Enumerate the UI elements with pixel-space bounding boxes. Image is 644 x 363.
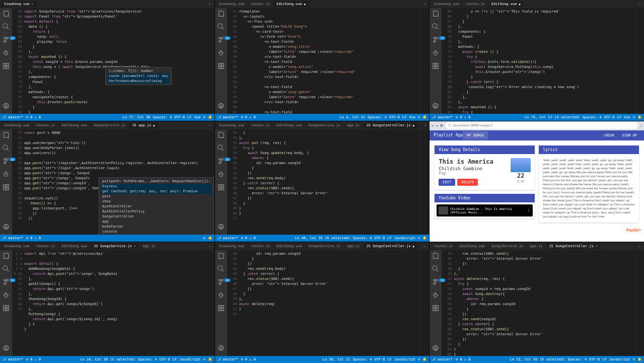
extensions-icon[interactable] [432,62,439,70]
code-content[interactable]: import SongsService from "str">'@/servic… [24,8,205,114]
files-icon[interactable] [218,10,225,18]
gear-icon[interactable] [218,224,225,232]
extensions-icon[interactable] [3,62,10,70]
debug-icon[interactable] [432,292,439,300]
editor-area[interactable]: 59 60 61 62 63 64 65 66 67 68 69 70 71 7… [12,8,214,114]
editor-area[interactable]: 41 42 43 44 45 46 47 48 49 50 51 52 53 5… [227,8,430,114]
git-branch[interactable]: ⎇ master* [2,357,23,361]
tab-overflow-icon[interactable]: ⋯ [636,2,643,7]
code-content[interactable]: } }, async put (req, res) { try { await … [239,129,420,235]
extensions-icon[interactable] [432,305,439,313]
editor-area[interactable]: 34 35 36 37 38 39 40 41 42 43 44 45 46 4… [227,129,430,235]
tab-overflow-icon[interactable]: ⋯ [207,244,213,249]
feedback-icon[interactable]: ☺ [203,357,205,361]
indent[interactable]: Spaces: 4 [583,115,602,119]
tab-overflow-icon[interactable]: ⋯ [422,2,428,7]
minimap[interactable] [420,8,429,114]
encoding[interactable]: UTF-8 [374,236,385,240]
editor-tab[interactable]: EditSong.vue [59,122,91,128]
debug-icon[interactable] [218,49,225,57]
gear-icon[interactable] [432,345,439,353]
cursor-pos[interactable]: Ln 77, Col 36 [123,115,151,119]
files-icon[interactable] [3,131,10,139]
nav-tab-mysongs[interactable]: MY SONGS [463,131,488,139]
editor-tab[interactable]: routes.js [248,1,273,7]
debug-icon[interactable] [3,171,10,179]
search-icon[interactable] [3,144,10,153]
editor-tab[interactable]: ViewSong.vue [216,243,248,249]
editor-tab[interactable]: SongsService.js [306,243,343,249]
debug-icon[interactable] [3,292,10,300]
editor-tab[interactable]: ViewSong.vue [216,1,248,7]
address-bar[interactable]: ⓘ localhost:8080/songs/1 [445,122,638,129]
extensions-icon[interactable] [218,305,225,313]
video-player[interactable]: Childish Gambino - This Is America (Offi… [437,204,533,216]
cursor-pos[interactable]: Ln 50, Col 21 [323,357,350,361]
login-button[interactable]: LOGIN [600,132,617,139]
eol[interactable]: LF [388,236,392,240]
git-branch[interactable]: ⎇ master* [2,236,23,240]
search-icon[interactable] [218,265,225,273]
editor-area[interactable]: 40 41 42 43 44 45 46 47 48 49 50 51 52 i… [227,250,430,356]
cursor-pos[interactable]: Ln 75, Col 57 (4 selected) [525,115,580,119]
bell-icon[interactable]: 🔔 [422,236,427,240]
tab-overflow-icon[interactable]: ⋯ [636,244,643,249]
minimap[interactable] [635,250,644,356]
git-icon[interactable]: 19 [218,158,225,166]
indent[interactable]: Spaces: 4 [138,357,157,361]
tab-overflow-icon[interactable]: ⋯ [207,2,213,7]
eol[interactable]: LF [602,357,606,361]
indent[interactable]: Spaces: 4 [353,236,372,240]
editor-tab[interactable]: EditSong.vue● [273,1,309,7]
intellisense-popup[interactable]: (…items: T[]): numberroute (parameter) r… [105,67,172,85]
debug-icon[interactable] [218,292,225,300]
tab-overflow-icon[interactable]: ⋯ [422,123,428,127]
encoding[interactable]: UTF-8 [174,115,185,119]
minimap[interactable] [420,129,429,235]
indent[interactable]: Spaces: 4 [353,357,372,361]
encoding[interactable]: UTF-8 [389,115,400,119]
editor-tab[interactable]: JS SongsController.js× [546,243,601,249]
editor-area[interactable]: 13 14 15 16 17 18 19 20 21 22 23 24 25 2… [12,129,214,235]
tab-overflow-icon[interactable]: ⋯ [207,123,213,127]
debug-icon[interactable] [3,49,10,57]
feedback-icon[interactable]: ☺ [418,115,420,119]
extensions-icon[interactable] [218,184,225,192]
files-icon[interactable] [3,10,10,18]
indent[interactable]: Spaces: 4 [567,357,587,361]
extensions-icon[interactable] [218,62,225,70]
editor-tab[interactable]: app.js [344,122,363,128]
encoding[interactable]: UTF-8 [604,115,615,119]
feedback-icon[interactable]: ☺ [203,115,205,119]
code-content[interactable]: v => !!v || "str">'This field is require… [454,8,635,114]
editor-tab[interactable]: EditSong.vue [273,122,305,128]
editor-area[interactable]: 65 66 67 68 69 70 71 72 73 74 75 76 77 7… [442,8,644,114]
bell-icon[interactable]: 🔔 [208,357,212,361]
editor-tab[interactable]: SongsService.js [488,243,526,249]
bell-icon[interactable]: 🔔 [208,236,212,240]
indent[interactable]: Spaces: 4 [153,115,172,119]
problems[interactable]: ⊘ 0 ⚠ 0 [241,236,256,240]
problems[interactable]: ⊘ 0 ⚠ 0 [241,357,256,361]
feedback-icon[interactable]: ☺ [203,236,205,240]
back-icon[interactable]: ← [432,124,434,128]
editor-tab[interactable]: EditSong.vue● [488,1,524,7]
extensions-icon[interactable] [3,305,10,313]
code-content[interactable]: res.status(500).send({ error: "str">'Int… [454,250,635,356]
extensions-icon[interactable] [3,184,10,192]
bell-icon[interactable]: 🔔 [637,115,642,119]
cursor-pos[interactable]: Ln 14, Col 30 (5 selected) [80,357,135,361]
editor-tab[interactable]: app.js [139,243,158,249]
editor-tab[interactable]: routes.js [463,1,488,7]
lang-mode[interactable]: JavaScript [609,357,630,361]
editor-tab[interactable]: routes.js [431,243,456,249]
search-icon[interactable] [218,144,225,153]
eol[interactable]: LF [617,115,621,119]
files-icon[interactable] [432,10,439,18]
editor-tab[interactable]: app.js [344,243,363,249]
bell-icon[interactable]: 🔔 [208,115,212,119]
gear-icon[interactable] [3,103,10,111]
editor-tab[interactable]: ViewSong.vue× [1,1,37,7]
gear-icon[interactable] [218,103,225,111]
git-branch[interactable]: ⎇ master* [217,357,238,361]
